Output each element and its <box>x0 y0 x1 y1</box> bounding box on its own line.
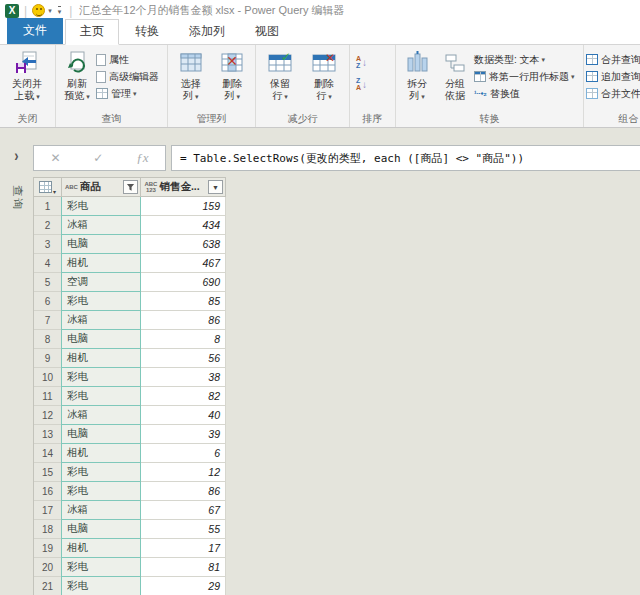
choose-columns-button[interactable]: 选择 列 <box>170 47 212 112</box>
row-number[interactable]: 21 <box>34 577 62 595</box>
group-by-button[interactable]: 分组 依据 <box>436 47 474 112</box>
row-number[interactable]: 3 <box>34 235 62 254</box>
value-cell[interactable]: 56 <box>141 349 226 368</box>
product-cell[interactable]: 冰箱 <box>61 216 141 235</box>
column-header-product[interactable]: ABC 商品 <box>62 178 142 197</box>
product-cell[interactable]: 电脑 <box>61 330 141 349</box>
excel-app-icon[interactable]: X <box>5 4 19 18</box>
tab-transform[interactable]: 转换 <box>121 20 173 44</box>
append-queries-button[interactable]: 追加查询 <box>586 68 640 85</box>
data-type-button[interactable]: 数据类型: 文本 <box>474 51 575 68</box>
smiley-feedback-icon[interactable] <box>32 4 45 17</box>
product-cell[interactable]: 彩电 <box>61 482 141 501</box>
product-cell[interactable]: 电脑 <box>61 235 141 254</box>
value-cell[interactable]: 12 <box>141 463 226 482</box>
row-number[interactable]: 4 <box>34 254 62 273</box>
product-cell[interactable]: 彩电 <box>61 387 141 406</box>
row-number[interactable]: 20 <box>34 558 62 577</box>
product-cell[interactable]: 冰箱 <box>61 311 141 330</box>
fx-icon[interactable]: ƒx <box>136 150 148 166</box>
sort-descending-button[interactable]: Z A ↓ <box>352 73 393 95</box>
row-number[interactable]: 17 <box>34 501 62 520</box>
product-cell[interactable]: 相机 <box>61 444 141 463</box>
refresh-preview-button[interactable]: 刷新 预览 <box>58 47 96 112</box>
product-cell[interactable]: 彩电 <box>61 558 141 577</box>
row-number[interactable]: 5 <box>34 273 62 292</box>
product-cell[interactable]: 相机 <box>61 539 141 558</box>
product-cell[interactable]: 彩电 <box>61 368 141 387</box>
product-cell[interactable]: 冰箱 <box>61 501 141 520</box>
value-cell[interactable]: 86 <box>141 311 226 330</box>
value-cell[interactable]: 39 <box>141 425 226 444</box>
sort-ascending-button[interactable]: A Z ↓ <box>352 51 393 73</box>
value-cell[interactable]: 38 <box>141 368 226 387</box>
tab-home[interactable]: 主页 <box>65 19 119 45</box>
product-cell[interactable]: 电脑 <box>61 520 141 539</box>
remove-rows-button[interactable]: ✕ 删除 行 <box>302 47 346 112</box>
product-cell[interactable]: 相机 <box>61 254 141 273</box>
row-number[interactable]: 11 <box>34 387 62 406</box>
cancel-formula-icon[interactable]: ✕ <box>50 151 60 165</box>
value-cell[interactable]: 8 <box>141 330 226 349</box>
row-number[interactable]: 13 <box>34 425 62 444</box>
row-number[interactable]: 19 <box>34 539 62 558</box>
close-and-load-button[interactable]: 关闭并 上载 <box>2 47 52 112</box>
row-number[interactable]: 7 <box>34 311 62 330</box>
split-column-button[interactable]: 拆分 列 <box>398 47 436 112</box>
value-cell[interactable]: 467 <box>141 254 226 273</box>
row-number[interactable]: 6 <box>34 292 62 311</box>
use-first-row-as-headers-button[interactable]: 将第一行用作标题 <box>474 68 575 85</box>
queries-pane-vertical-label[interactable]: 查询 <box>9 186 24 212</box>
value-cell[interactable]: 67 <box>141 501 226 520</box>
value-cell[interactable]: 55 <box>141 520 226 539</box>
product-cell[interactable]: 彩电 <box>61 197 141 216</box>
value-cell[interactable]: 29 <box>141 577 226 595</box>
row-number[interactable]: 15 <box>34 463 62 482</box>
tab-add-column[interactable]: 添加列 <box>175 20 239 44</box>
value-cell[interactable]: 434 <box>141 216 226 235</box>
product-cell[interactable]: 空调 <box>61 273 141 292</box>
row-number[interactable]: 14 <box>34 444 62 463</box>
row-number[interactable]: 1 <box>34 197 62 216</box>
column-header-sales[interactable]: ABC 123 销售金... ▼ <box>141 178 226 197</box>
expand-queries-pane-chevron-icon[interactable]: › <box>14 146 18 166</box>
manage-button[interactable]: 管理 <box>96 85 159 102</box>
value-cell[interactable]: 86 <box>141 482 226 501</box>
product-cell[interactable]: 彩电 <box>61 292 141 311</box>
combine-files-button[interactable]: 合并文件 <box>586 85 640 102</box>
row-number[interactable]: 16 <box>34 482 62 501</box>
product-cell[interactable]: 冰箱 <box>61 406 141 425</box>
formula-input[interactable]: = Table.SelectRows(更改的类型, each ([商品] <> … <box>171 145 640 171</box>
product-cell[interactable]: 彩电 <box>61 577 141 595</box>
row-number[interactable]: 10 <box>34 368 62 387</box>
value-cell[interactable]: 40 <box>141 406 226 425</box>
advanced-editor-button[interactable]: 高级编辑器 <box>96 68 159 85</box>
row-number[interactable]: 8 <box>34 330 62 349</box>
value-cell[interactable]: 82 <box>141 387 226 406</box>
remove-columns-button[interactable]: ✕ 删除 列 <box>212 47 254 112</box>
merge-queries-button[interactable]: 合并查询 <box>586 51 640 68</box>
replace-values-button[interactable]: ¹⇢₂ 替换值 <box>474 85 575 102</box>
product-filter-button[interactable] <box>123 180 138 194</box>
smiley-dropdown-icon[interactable]: ▾ <box>48 7 52 15</box>
value-cell[interactable]: 85 <box>141 292 226 311</box>
row-number[interactable]: 9 <box>34 349 62 368</box>
row-number[interactable]: 12 <box>34 406 62 425</box>
product-cell[interactable]: 相机 <box>61 349 141 368</box>
tab-file[interactable]: 文件 <box>7 18 63 44</box>
value-cell[interactable]: 159 <box>141 197 226 216</box>
keep-rows-button[interactable]: ✓ 保留 行 <box>258 47 302 112</box>
product-cell[interactable]: 电脑 <box>61 425 141 444</box>
value-cell[interactable]: 81 <box>141 558 226 577</box>
value-cell[interactable]: 6 <box>141 444 226 463</box>
sales-dropdown-button[interactable]: ▼ <box>208 180 223 194</box>
table-select-all-button[interactable]: ▾ <box>34 178 62 197</box>
row-number[interactable]: 18 <box>34 520 62 539</box>
value-cell[interactable]: 17 <box>141 539 226 558</box>
commit-formula-icon[interactable]: ✓ <box>93 151 103 165</box>
product-cell[interactable]: 彩电 <box>61 463 141 482</box>
quick-access-toolbar-dropdown-icon[interactable]: ▾ <box>58 6 62 16</box>
properties-button[interactable]: 属性 <box>96 51 159 68</box>
value-cell[interactable]: 638 <box>141 235 226 254</box>
tab-view[interactable]: 视图 <box>241 20 293 44</box>
